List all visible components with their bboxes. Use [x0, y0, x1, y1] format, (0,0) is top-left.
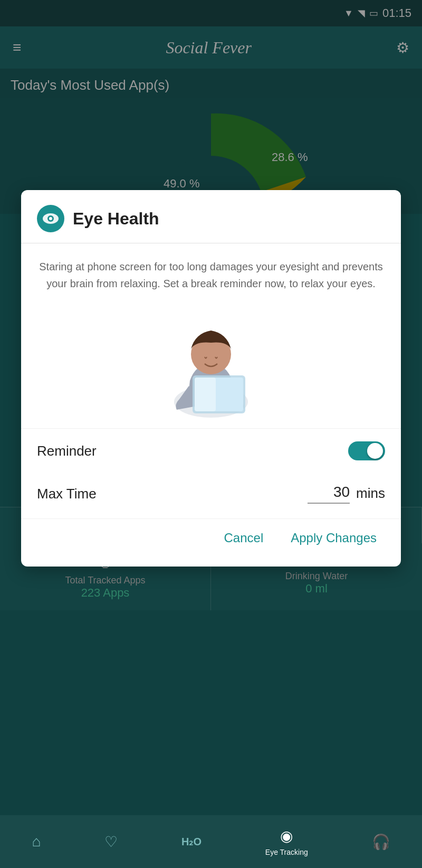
- max-time-input-group: mins: [308, 484, 385, 504]
- nav-item-audio[interactable]: 🎧: [372, 833, 390, 851]
- toggle-thumb: [367, 443, 383, 459]
- home-icon: ⌂: [32, 833, 41, 850]
- time-unit: mins: [356, 485, 385, 504]
- water-icon: H₂O: [181, 835, 202, 848]
- person-reading-illustration: [142, 312, 280, 418]
- max-time-input[interactable]: [308, 484, 350, 504]
- reminder-label: Reminder: [37, 443, 97, 459]
- nav-item-water[interactable]: H₂O: [181, 835, 202, 848]
- nav-item-health[interactable]: ♡: [104, 833, 118, 851]
- headphones-icon: 🎧: [372, 833, 390, 851]
- nav-item-home[interactable]: ⌂: [32, 833, 41, 850]
- heart-icon: ♡: [104, 833, 118, 851]
- svg-rect-8: [195, 378, 216, 411]
- cancel-button[interactable]: Cancel: [216, 524, 272, 552]
- illustration-area: [21, 307, 401, 428]
- eye-tracking-icon: ◉: [280, 827, 293, 845]
- modal-description: Staring at phone screen for too long dam…: [21, 243, 401, 307]
- apply-changes-button[interactable]: Apply Changes: [282, 524, 385, 552]
- eye-health-modal: Eye Health Staring at phone screen for t…: [21, 190, 401, 567]
- nav-item-eye-tracking[interactable]: ◉ Eye Tracking: [265, 827, 308, 856]
- eye-icon: [42, 213, 59, 224]
- reminder-toggle[interactable]: [348, 441, 385, 460]
- reminder-row: Reminder: [21, 428, 401, 473]
- max-time-row: Max Time mins: [21, 473, 401, 518]
- eye-icon-circle: [37, 205, 64, 232]
- svg-point-3: [49, 217, 52, 220]
- modal-title: Eye Health: [73, 209, 159, 229]
- eye-tracking-label: Eye Tracking: [265, 848, 308, 856]
- modal-actions: Cancel Apply Changes: [21, 518, 401, 567]
- toggle-track: [348, 441, 385, 460]
- modal-header: Eye Health: [21, 190, 401, 243]
- modal-overlay: Eye Health Staring at phone screen for t…: [0, 0, 422, 868]
- bottom-nav: ⌂ ♡ H₂O ◉ Eye Tracking 🎧: [0, 815, 422, 868]
- max-time-label: Max Time: [37, 486, 97, 502]
